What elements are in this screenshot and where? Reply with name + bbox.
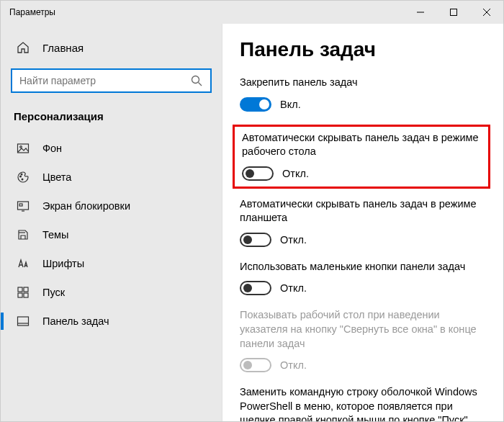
svg-rect-15 xyxy=(18,287,22,292)
toggle-state: Откл. xyxy=(280,359,307,371)
setting-autohide-desktop: Автоматически скрывать панель задач в ре… xyxy=(233,125,490,189)
minimize-button[interactable] xyxy=(404,1,437,24)
window-title: Параметры xyxy=(9,7,55,17)
toggle-lock-taskbar[interactable] xyxy=(240,97,271,112)
setting-small-buttons: Использовать маленькие кнопки панели зад… xyxy=(240,260,486,296)
toggle-autohide-tablet[interactable] xyxy=(240,233,271,247)
sidebar: Главная Персонализация Фон Цвета Экран xyxy=(1,24,222,421)
titlebar: Параметры xyxy=(1,1,503,24)
maximize-button[interactable] xyxy=(437,1,470,24)
toggle-peek-desktop xyxy=(240,358,271,372)
search-icon xyxy=(190,74,203,87)
sidebar-home-label: Главная xyxy=(42,42,84,54)
window-controls xyxy=(404,1,503,24)
svg-rect-12 xyxy=(19,204,22,206)
sidebar-item-taskbar[interactable]: Панель задач xyxy=(1,307,222,336)
sidebar-item-themes[interactable]: Темы xyxy=(1,220,222,249)
svg-point-4 xyxy=(192,76,199,84)
search-box[interactable] xyxy=(11,68,212,93)
sidebar-item-fonts[interactable]: Шрифты xyxy=(1,249,222,278)
setting-label: Закрепить панель задач xyxy=(240,76,486,90)
toggle-state: Вкл. xyxy=(280,99,301,110)
sidebar-item-label: Цвета xyxy=(42,171,71,183)
svg-rect-17 xyxy=(18,293,22,297)
home-icon xyxy=(17,41,30,54)
svg-rect-19 xyxy=(18,317,29,326)
setting-label: Использовать маленькие кнопки панели зад… xyxy=(240,260,486,274)
svg-point-7 xyxy=(20,146,22,148)
setting-label: Автоматически скрывать панель задач в ре… xyxy=(240,197,486,225)
sidebar-home[interactable]: Главная xyxy=(1,34,222,61)
sidebar-item-label: Фон xyxy=(42,143,62,154)
setting-autohide-tablet: Автоматически скрывать панель задач в ре… xyxy=(240,197,486,247)
toggle-autohide-desktop[interactable] xyxy=(242,166,274,181)
svg-point-8 xyxy=(20,176,22,177)
setting-powershell: Заменить командную строку оболочкой Wind… xyxy=(240,385,486,421)
sidebar-item-label: Пуск xyxy=(42,287,65,298)
sidebar-item-label: Экран блокировки xyxy=(42,200,130,212)
sidebar-item-lockscreen[interactable]: Экран блокировки xyxy=(1,192,222,220)
setting-label: Заменить командную строку оболочкой Wind… xyxy=(240,385,486,421)
toggle-state: Откл. xyxy=(280,234,307,246)
search-input[interactable] xyxy=(19,75,190,86)
svg-rect-18 xyxy=(24,293,28,297)
setting-lock-taskbar: Закрепить панель задач Вкл. xyxy=(240,76,486,112)
toggle-small-buttons[interactable] xyxy=(240,281,271,295)
setting-label: Показывать рабочий стол при наведении ук… xyxy=(240,308,486,351)
svg-point-10 xyxy=(22,179,23,180)
setting-label: Автоматически скрывать панель задач в ре… xyxy=(242,131,481,159)
sidebar-item-start[interactable]: Пуск xyxy=(1,278,222,307)
svg-line-5 xyxy=(199,83,202,86)
sidebar-item-label: Панель задач xyxy=(42,315,109,327)
page-title: Панель задач xyxy=(240,38,486,61)
close-button[interactable] xyxy=(470,1,503,24)
svg-point-9 xyxy=(21,174,22,175)
taskbar-icon xyxy=(17,315,30,328)
picture-icon xyxy=(17,142,30,155)
palette-icon xyxy=(17,171,30,184)
sidebar-section-label: Персонализация xyxy=(1,104,222,134)
svg-rect-6 xyxy=(18,144,29,153)
themes-icon xyxy=(17,228,30,241)
svg-rect-16 xyxy=(24,287,28,292)
toggle-state: Откл. xyxy=(280,282,307,294)
sidebar-item-label: Шрифты xyxy=(42,258,84,269)
sidebar-item-colors[interactable]: Цвета xyxy=(1,163,222,192)
fonts-icon xyxy=(17,257,30,270)
sidebar-item-background[interactable]: Фон xyxy=(1,134,222,163)
content-pane: Панель задач Закрепить панель задач Вкл.… xyxy=(222,24,503,421)
toggle-state: Откл. xyxy=(282,168,309,179)
lockscreen-icon xyxy=(17,199,30,212)
setting-peek-desktop: Показывать рабочий стол при наведении ук… xyxy=(240,308,486,372)
start-icon xyxy=(17,286,30,299)
sidebar-item-label: Темы xyxy=(42,229,69,241)
svg-rect-1 xyxy=(451,9,457,16)
